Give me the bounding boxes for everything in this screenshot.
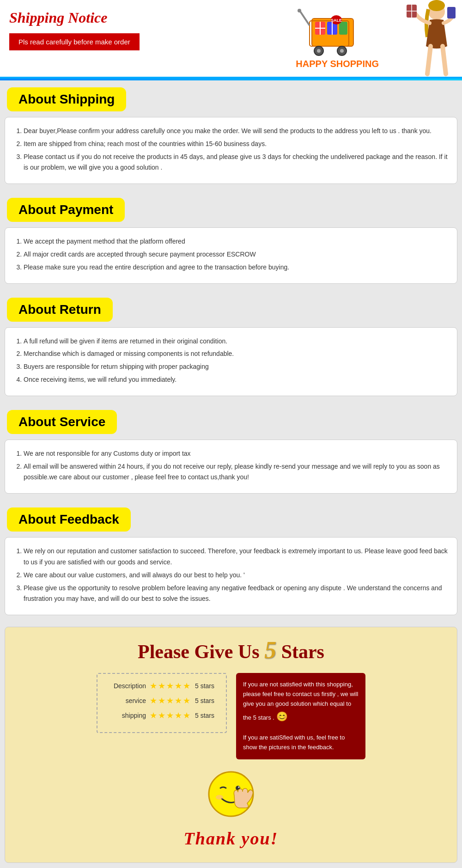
give-us-title-start: Please Give Us (138, 641, 264, 662)
service-label: service (109, 697, 146, 704)
service-content: We are not responsible for any Customs d… (5, 440, 457, 494)
service-stars: ★★★★★ (150, 696, 191, 706)
wink-thumbs-icon (206, 769, 256, 826)
list-item: Item are shipped from china; reach most … (24, 139, 448, 150)
list-item: Please contact us if you do not receive … (24, 152, 448, 174)
header: Shipping Notice Pls read carefully befor… (0, 0, 462, 79)
thank-you-section: Thank you! (12, 769, 450, 849)
feedback-title-box: About Feedback (7, 507, 131, 532)
give-us-title: Please Give Us 5 Stars (12, 636, 450, 664)
shipping-title: About Shipping (18, 92, 115, 106)
shipping-title-box: About Shipping (7, 87, 126, 111)
list-item: Merchandise which is damaged or missing … (24, 348, 448, 360)
svg-point-16 (428, 0, 445, 11)
service-list: We are not responsible for any Customs d… (14, 448, 448, 483)
list-item: Dear buyer,Please confirm your address c… (24, 126, 448, 137)
shipping-label: shipping (109, 712, 146, 719)
section-feedback: About Feedback We rely on our reputation… (0, 501, 462, 622)
list-item: We accept the payment method that the pl… (24, 236, 448, 247)
return-list: A full refund will be given if items are… (14, 336, 448, 385)
shipping-content: Dear buyer,Please confirm your address c… (5, 117, 457, 184)
shipping-list: Dear buyer,Please confirm your address c… (14, 126, 448, 173)
list-item: A full refund will be given if items are… (24, 336, 448, 347)
svg-point-5 (317, 49, 321, 53)
happy-shopping-text: HAPPY SHOPPING (296, 59, 379, 69)
cart-icon: SALE (286, 2, 360, 62)
shipping-stars: ★★★★★ (150, 710, 191, 721)
service-title: About Service (18, 415, 105, 429)
svg-point-24 (216, 795, 223, 800)
list-item: Once receiving items, we will refund you… (24, 374, 448, 385)
payment-title-box: About Payment (7, 198, 125, 222)
smiley-icon: 😊 (276, 709, 288, 724)
return-title-box: About Return (7, 298, 113, 322)
stars-row-description: Description ★★★★★ 5 stars (109, 681, 214, 691)
list-item: We rely on our reputation and customer s… (24, 546, 448, 568)
shopping-figure (397, 0, 457, 79)
stars-row-service: service ★★★★★ 5 stars (109, 696, 214, 706)
list-item: Please make sure you read the entire des… (24, 262, 448, 273)
payment-content: We accept the payment method that the pl… (5, 227, 457, 283)
info-text-2: If you are satiSfied with us, feel free … (243, 733, 359, 752)
stars-row-shipping: shipping ★★★★★ 5 stars (109, 710, 214, 721)
description-count: 5 stars (195, 682, 214, 690)
shipping-count: 5 stars (195, 712, 214, 719)
list-item: All email will be answered within 24 hou… (24, 461, 448, 483)
service-title-box: About Service (7, 410, 117, 434)
thank-you-text: Thank you! (184, 828, 279, 849)
header-left: Shipping Notice Pls read carefully befor… (9, 9, 140, 50)
stars-row-container: Description ★★★★★ 5 stars service ★★★★★ … (12, 673, 450, 759)
payment-title: About Payment (18, 202, 113, 217)
list-item: Buyers are responsible for return shippi… (24, 361, 448, 373)
info-text-1: If you are not satisfied with this shopp… (243, 680, 359, 723)
svg-point-2 (298, 9, 301, 12)
description-label: Description (109, 682, 146, 690)
list-item: We care about our value customers, and w… (24, 570, 448, 581)
list-item: Please give us the opportunity to resolv… (24, 583, 448, 605)
header-right: SALE HAPPY SHOPPING (277, 0, 462, 79)
header-title: Shipping Notice (9, 9, 140, 26)
feedback-list: We rely on our reputation and customer s… (14, 546, 448, 605)
info-box: If you are not satisfied with this shopp… (236, 673, 365, 759)
section-shipping: About Shipping Dear buyer,Please confirm… (0, 80, 462, 191)
give-us-title-end: Stars (276, 641, 324, 662)
section-service: About Service We are not responsible for… (0, 403, 462, 501)
return-title: About Return (18, 302, 101, 317)
svg-point-6 (340, 49, 344, 53)
svg-rect-9 (339, 22, 347, 35)
list-item: We are not responsible for any Customs d… (24, 448, 448, 459)
five-stars-section: Please Give Us 5 Stars Description ★★★★★… (5, 627, 457, 863)
section-payment: About Payment We accept the payment meth… (0, 191, 462, 290)
svg-point-23 (238, 786, 240, 788)
stars-table: Description ★★★★★ 5 stars service ★★★★★ … (97, 673, 227, 733)
feedback-title: About Feedback (18, 512, 119, 526)
svg-rect-20 (447, 7, 456, 18)
return-content: A full refund will be given if items are… (5, 327, 457, 396)
header-subtitle: Pls read carefully before make order (9, 33, 140, 50)
feedback-content: We rely on our reputation and customer s… (5, 537, 457, 615)
service-count: 5 stars (195, 697, 214, 704)
payment-list: We accept the payment method that the pl… (14, 236, 448, 273)
list-item: All major credit cards are accepted thro… (24, 249, 448, 260)
give-us-five: 5 (264, 637, 276, 663)
section-return: About Return A full refund will be given… (0, 291, 462, 403)
description-stars: ★★★★★ (150, 681, 191, 691)
